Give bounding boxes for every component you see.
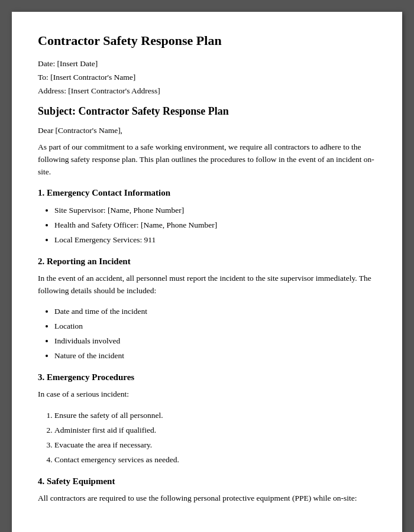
section-4-preamble: All contractors are required to use the … — [38, 492, 376, 505]
section-2-list: Date and time of the incident Location I… — [54, 305, 376, 363]
list-item: Location — [54, 320, 376, 333]
list-item: Administer first aid if qualified. — [54, 424, 376, 437]
section-3-heading: 3. Emergency Procedures — [38, 372, 376, 382]
intro-paragraph: As part of our commitment to a safe work… — [38, 141, 376, 179]
list-item: Site Supervisor: [Name, Phone Number] — [54, 204, 376, 218]
address-line: Address: [Insert Contractor's Address] — [38, 86, 376, 96]
list-item: Local Emergency Services: 911 — [54, 233, 376, 247]
list-item: Individuals involved — [54, 335, 376, 348]
section-1-heading: 1. Emergency Contact Information — [38, 188, 376, 198]
list-item: Contact emergency services as needed. — [54, 453, 376, 467]
section-2-preamble: In the event of an accident, all personn… — [38, 273, 376, 297]
section-1-list: Site Supervisor: [Name, Phone Number] He… — [54, 204, 376, 247]
section-2-heading: 2. Reporting an Incident — [38, 257, 376, 267]
date-line: Date: [Insert Date] — [38, 59, 376, 69]
section-4-heading: 4. Safety Equipment — [38, 476, 376, 486]
section-3-list: Ensure the safety of all personnel. Admi… — [54, 409, 376, 467]
greeting: Dear [Contractor's Name], — [38, 126, 376, 135]
list-item: Ensure the safety of all personnel. — [54, 409, 376, 423]
subject-line: Subject: Contractor Safety Response Plan — [38, 105, 376, 118]
list-item: Date and time of the incident — [54, 305, 376, 319]
section-3-preamble: In case of a serious incident: — [38, 388, 376, 401]
list-item: Health and Safety Officer: [Name, Phone … — [54, 219, 376, 232]
to-line: To: [Insert Contractor's Name] — [38, 73, 376, 82]
list-item: Evacuate the area if necessary. — [54, 439, 376, 452]
list-item: Nature of the incident — [54, 349, 376, 363]
document-title: Contractor Safety Response Plan — [38, 33, 376, 48]
document-container: Contractor Safety Response Plan Date: [I… — [12, 12, 402, 532]
